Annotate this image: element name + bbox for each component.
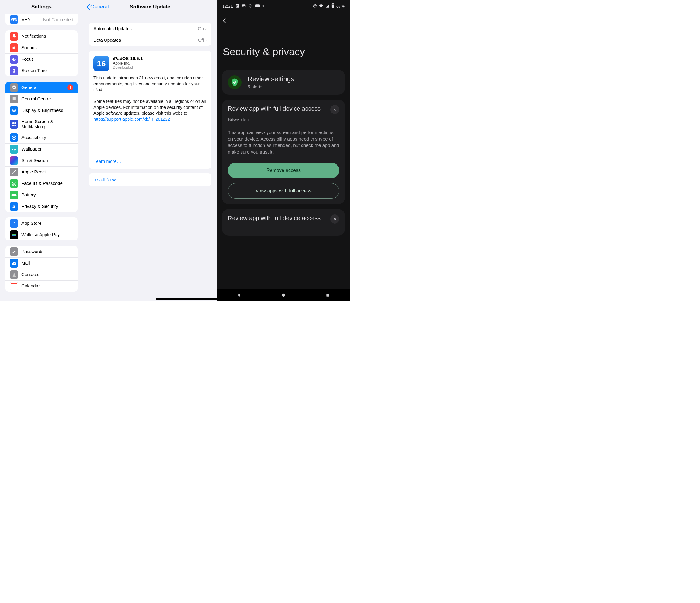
sidebar-item-calendar[interactable]: Calendar (5, 280, 77, 292)
sidebar-title: Settings (0, 0, 83, 14)
review-settings-title: Review settings (248, 75, 294, 83)
faceid-icon (10, 179, 18, 188)
sidebar-item-apple-pencil[interactable]: Apple Pencil (5, 166, 77, 178)
svg-rect-1 (12, 99, 16, 100)
svg-point-7 (14, 136, 14, 137)
chevron-right-icon: › (205, 26, 207, 31)
sidebar-item-app-store[interactable]: App Store (5, 218, 77, 229)
back-button[interactable] (217, 12, 350, 28)
sidebar-item-privacy[interactable]: Privacy & Security (5, 201, 77, 212)
sidebar-item-general[interactable]: General 1 (5, 82, 77, 93)
beta-updates-value: Off (198, 37, 205, 43)
signal-icon (325, 4, 330, 8)
sidebar-item-notifications[interactable]: Notifications (5, 30, 77, 42)
row-beta-updates[interactable]: Beta Updates Off › (89, 34, 211, 46)
review-app-card-2: Review app with full device access (222, 209, 345, 235)
key-icon (10, 247, 18, 256)
back-label: General (91, 4, 108, 10)
svg-rect-29 (332, 3, 333, 4)
learn-more-link[interactable]: Learn more… (94, 159, 207, 164)
review-settings-subtitle: 5 alerts (248, 84, 294, 89)
sidebar-item-sounds[interactable]: Sounds (5, 42, 77, 53)
update-description-2: Some features may not be available in al… (94, 99, 207, 117)
remove-access-button[interactable]: Remove access (228, 162, 339, 178)
svg-point-9 (14, 147, 15, 148)
toggles-icon (10, 95, 18, 103)
siri-icon (10, 156, 18, 165)
status-bar: 12:21 in • 87% (217, 0, 350, 12)
sidebar-item-control-centre[interactable]: Control Centre (5, 93, 77, 105)
card-title: Review app with full device access (228, 215, 330, 224)
update-title: iPadOS 16.5.1 (113, 56, 143, 61)
svg-rect-16 (12, 234, 16, 234)
sidebar-item-focus[interactable]: Focus (5, 53, 77, 65)
grid-icon (10, 120, 18, 128)
shield-check-icon (228, 75, 242, 89)
review-app-card: Review app with full device access Bitwa… (222, 100, 345, 204)
home-indicator (156, 298, 227, 300)
nav-recents-button[interactable] (322, 289, 334, 301)
wifi-icon (319, 4, 324, 8)
battery-icon (331, 3, 334, 9)
sidebar-item-contacts[interactable]: Contacts (5, 269, 77, 280)
android-screen: 12:21 in • 87% Security & privacy (217, 0, 350, 301)
sidebar-item-faceid[interactable]: Face ID & Passcode (5, 178, 77, 189)
vpn-status: Not Connected (43, 17, 73, 22)
moon-icon (10, 55, 18, 64)
vpn-label: VPN (21, 17, 40, 22)
dismiss-button[interactable] (330, 105, 339, 114)
svg-point-11 (12, 149, 13, 150)
gear-icon (10, 83, 18, 92)
svg-rect-26 (255, 4, 260, 7)
sidebar-item-screen-time[interactable]: Screen Time (5, 65, 77, 76)
sidebar-item-siri[interactable]: Siri & Search (5, 155, 77, 166)
sidebar-item-vpn[interactable]: VPN VPN Not Connected (5, 14, 77, 25)
svg-point-25 (250, 5, 251, 6)
hand-icon (10, 202, 18, 211)
sidebar-item-wallet[interactable]: Wallet & Apple Pay (5, 229, 77, 241)
svg-text:in: in (236, 4, 238, 7)
battery-percent: 87% (336, 4, 345, 8)
appstore-icon (10, 219, 18, 228)
sidebar-item-home-screen[interactable]: Home Screen & Multitasking (5, 116, 77, 132)
card-title: Review app with full device access (228, 105, 330, 114)
row-automatic-updates[interactable]: Automatic Updates On › (89, 23, 211, 34)
person-icon (10, 270, 18, 279)
nav-back-button[interactable] (233, 289, 245, 301)
svg-point-31 (282, 294, 285, 297)
card-app-name: Bitwarden (228, 117, 339, 123)
navigation-bar (217, 289, 350, 301)
view-apps-button[interactable]: View apps with full access (228, 183, 339, 199)
hourglass-icon (10, 66, 18, 75)
bell-icon (10, 32, 18, 41)
back-button[interactable]: General (86, 0, 108, 14)
update-description-1: This update introduces 21 new emoji, and… (94, 75, 207, 93)
sidebar-item-mail[interactable]: Mail (5, 257, 77, 269)
install-now-button[interactable]: Install Now (89, 173, 211, 186)
svg-point-8 (14, 149, 15, 150)
sidebar-item-display[interactable]: AA Display & Brightness (5, 105, 77, 116)
accessibility-icon (10, 133, 18, 142)
general-badge: 1 (67, 84, 73, 91)
nav-home-button[interactable] (277, 289, 290, 301)
svg-rect-14 (16, 195, 17, 196)
update-security-link[interactable]: https://support.apple.com/kb/HT201222 (94, 117, 170, 122)
flower-icon (10, 145, 18, 154)
svg-rect-32 (327, 294, 329, 296)
review-settings-card[interactable]: Review settings 5 alerts (222, 70, 345, 95)
sidebar-item-passwords[interactable]: Passwords (5, 246, 77, 257)
svg-rect-18 (12, 235, 16, 235)
dnd-icon (313, 4, 317, 9)
sidebar-item-accessibility[interactable]: Accessibility (5, 132, 77, 143)
settings-sidebar: Settings VPN VPN Not Connected Notificat… (0, 0, 83, 301)
svg-point-10 (14, 150, 15, 151)
svg-rect-3 (15, 123, 16, 124)
sidebar-item-battery[interactable]: Battery (5, 189, 77, 201)
vpn-icon: VPN (10, 15, 18, 24)
dismiss-button[interactable] (330, 215, 339, 224)
sidebar-item-wallpaper[interactable]: Wallpaper (5, 143, 77, 155)
svg-point-19 (12, 251, 14, 253)
linkedin-icon: in (235, 4, 240, 9)
page-title: Security & privacy (217, 28, 350, 70)
update-state: Downloaded (113, 66, 143, 70)
